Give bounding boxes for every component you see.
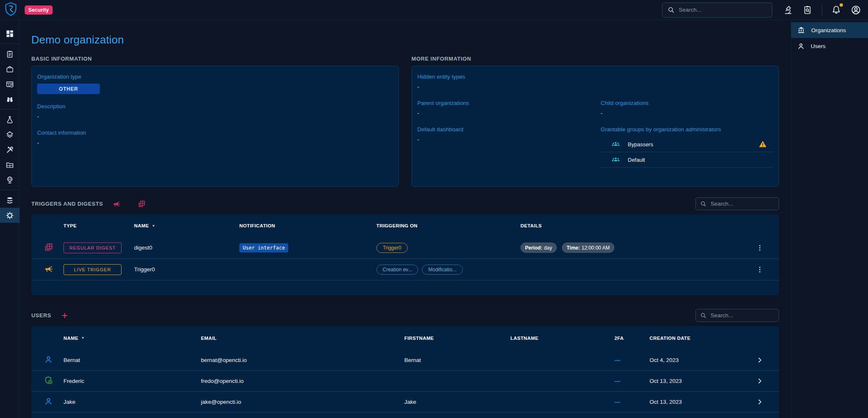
rightnav-users[interactable]: Users [791, 38, 868, 54]
chevron-right-icon[interactable] [754, 354, 765, 366]
add-user-icon[interactable] [59, 310, 71, 321]
chevron-right-icon[interactable] [754, 396, 765, 408]
trigger-type-chip: LIVE TRIGGER [63, 264, 122, 275]
sort-desc-icon: ▼ [81, 336, 84, 340]
col-creation-date: CREATION DATE [650, 336, 754, 341]
hidden-entity-types-value: - [417, 84, 590, 90]
sidebar-events-icon[interactable] [0, 76, 20, 92]
parent-organizations-label: Parent organizations [417, 100, 590, 106]
global-search-input[interactable] [679, 7, 767, 13]
user-email: bernat@opencti.io [201, 357, 404, 363]
organization-type-field: Organization type OTHER [37, 74, 393, 94]
col-firstname: FIRSTNAME [404, 336, 510, 341]
trigger-row-digest0[interactable]: REGULAR DIGEST digest0 User interface Tr… [31, 237, 779, 259]
more-information-section: MORE INFORMATION Hidden entity types - P… [411, 56, 779, 187]
col-name[interactable]: NAME▼ [134, 223, 239, 228]
sidebar-threats-icon[interactable] [0, 112, 20, 127]
users-table-header: NAME▼ EMAIL FIRSTNAME LASTNAME 2FA CREAT… [31, 326, 779, 350]
user-row-jake[interactable]: Jake jake@opencti.io Jake — Oct 13, 2023 [31, 392, 779, 413]
account-icon[interactable] [849, 3, 863, 17]
users-table: NAME▼ EMAIL FIRSTNAME LASTNAME 2FA CREAT… [31, 326, 779, 418]
sidebar-dashboard-icon[interactable] [0, 26, 20, 41]
row-menu-icon[interactable] [754, 242, 766, 254]
period-chip: Period:day [520, 242, 557, 253]
search-icon [667, 6, 675, 14]
rightnav-organizations[interactable]: Organizations [791, 22, 868, 38]
triggers-search-input[interactable] [711, 201, 774, 207]
user-creation-date: Oct 4, 2023 [650, 357, 754, 363]
sidebar-cases-icon[interactable] [0, 61, 20, 76]
app-logo-icon[interactable] [4, 2, 18, 18]
basic-information-section: BASIC INFORMATION Organization type OTHE… [31, 56, 399, 187]
more-info-right-column: Child organizations - Grantable groups b… [601, 74, 773, 177]
sidebar-divider [0, 109, 20, 110]
sidebar-divider [0, 43, 20, 44]
search-icon [700, 201, 707, 207]
parent-organizations-field: Parent organizations - [417, 100, 590, 117]
main-content: Demo organization BASIC INFORMATION Orga… [20, 20, 791, 418]
default-dashboard-label: Default dashboard [417, 126, 590, 133]
col-details: DETAILS [520, 223, 754, 228]
sidebar-data-icon[interactable] [0, 193, 20, 208]
col-name[interactable]: NAME▼ [63, 336, 201, 341]
sidebar-observations-icon[interactable] [0, 92, 20, 107]
search-icon [700, 312, 707, 319]
more-information-title: MORE INFORMATION [411, 56, 779, 62]
user-creation-date: Oct 13, 2023 [650, 378, 754, 384]
sidebar-techniques-icon[interactable] [0, 142, 20, 157]
info-grid: BASIC INFORMATION Organization type OTHE… [31, 56, 779, 187]
user-email: fredo@opencti.io [201, 378, 404, 384]
triggering-on-chip: Trigger0 [376, 243, 408, 253]
triggers-table-header: TYPE NAME▼ NOTIFICATION TRIGGERING ON DE… [31, 214, 779, 237]
warning-icon [758, 140, 767, 149]
description-field: Description - [37, 103, 393, 120]
user-icon [44, 397, 53, 406]
hidden-entity-types-field: Hidden entity types - [417, 74, 590, 91]
grantable-groups-list: Bypassers Default [601, 137, 773, 168]
user-row-bernat[interactable]: Bernat bernat@opencti.io Bernat — Oct 4,… [31, 350, 779, 371]
users-search-input[interactable] [711, 312, 774, 319]
rightnav-users-label: Users [811, 43, 825, 49]
notification-dot [840, 3, 843, 7]
row-menu-icon[interactable] [754, 264, 766, 275]
user-row-frederic[interactable]: Frederic fredo@opencti.io — Oct 13, 2023 [31, 371, 779, 392]
chevron-right-icon[interactable] [754, 375, 765, 387]
notifications-bell-icon[interactable] [830, 3, 843, 17]
user-2fa: — [614, 357, 650, 364]
hidden-entity-types-label: Hidden entity types [417, 74, 590, 80]
right-sidebar: Organizations Users [791, 20, 868, 418]
trigger-row-trigger0[interactable]: LIVE TRIGGER Trigger0 Creation ev...Modi… [31, 259, 779, 280]
sidebar-settings-icon[interactable] [0, 208, 20, 223]
sidebar-locations-icon[interactable] [0, 172, 20, 187]
person-icon [797, 42, 805, 50]
triggering-on-chip: Creation ev... [376, 265, 418, 275]
user-icon [44, 355, 53, 364]
add-live-trigger-icon[interactable] [111, 198, 122, 210]
user-name: Frederic [63, 378, 201, 384]
add-digest-icon[interactable] [136, 198, 147, 210]
sidebar-analyses-icon[interactable] [0, 46, 20, 61]
trigger-type-chip: REGULAR DIGEST [63, 242, 122, 253]
default-dashboard-field: Default dashboard - [417, 126, 590, 143]
sidebar-entities-icon[interactable] [0, 157, 20, 172]
triggers-table: TYPE NAME▼ NOTIFICATION TRIGGERING ON DE… [31, 214, 779, 295]
security-badge: Security [25, 5, 53, 15]
knowledge-search-icon[interactable] [801, 3, 814, 17]
rightnav-organizations-label: Organizations [811, 27, 846, 33]
sidebar-arsenal-icon[interactable] [0, 127, 20, 142]
grantable-groups-field: Grantable groups by organization adminis… [601, 126, 773, 168]
user-2fa: — [614, 399, 650, 405]
group-row-default[interactable]: Default [601, 152, 773, 168]
triggers-section-title: TRIGGERS AND DIGESTS [31, 201, 103, 207]
left-sidebar [0, 20, 20, 418]
grantable-groups-label: Grantable groups by organization adminis… [601, 126, 773, 133]
global-search [662, 3, 772, 18]
group-row-bypassers[interactable]: Bypassers [601, 137, 773, 152]
col-notification: NOTIFICATION [239, 223, 376, 228]
investigations-icon[interactable] [782, 3, 795, 17]
opencti-app: Security O [0, 0, 868, 418]
users-header-row: USERS [31, 309, 779, 322]
contact-information-value: - [37, 140, 393, 146]
user-name: Bernat [63, 357, 201, 363]
digest-icon [44, 242, 53, 252]
